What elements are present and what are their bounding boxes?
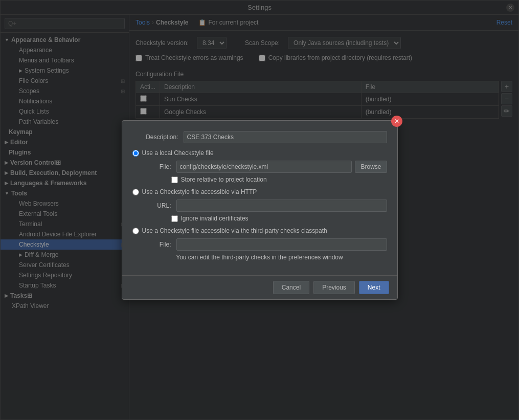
radio-http[interactable] (132, 189, 139, 195)
file-input[interactable] (176, 161, 352, 173)
url-row: URL: (132, 200, 387, 212)
dialog-overlay: ✕ Description: Use a local Checkstyle fi… (0, 0, 519, 420)
dialog-footer: Cancel Previous Next (122, 275, 397, 299)
dialog-body: Description: Use a local Checkstyle file… (122, 121, 397, 275)
cancel-button[interactable]: Cancel (273, 281, 309, 294)
file-label: File: (151, 163, 171, 170)
radio-local-row: Use a local Checkstyle file (132, 149, 387, 157)
description-row: Description: (132, 131, 387, 143)
url-input[interactable] (176, 200, 387, 212)
description-label: Description: (132, 134, 178, 141)
ignore-invalid-label: Ignore invalid certificates (181, 215, 249, 222)
radio-classpath-row: Use a Checkstyle file accessible via the… (132, 227, 387, 234)
radio-http-row: Use a Checkstyle file accessible via HTT… (132, 188, 387, 195)
url-label: URL: (151, 202, 171, 209)
ignore-invalid-checkbox[interactable] (171, 215, 178, 222)
radio-classpath-label: Use a Checkstyle file accessible via the… (142, 227, 327, 234)
classpath-file-label: File: (151, 241, 171, 248)
classpath-file-row: File: (132, 238, 387, 251)
store-relative-label: Store relative to project location (181, 176, 267, 183)
ignore-invalid-row: Ignore invalid certificates (132, 215, 387, 222)
help-text: You can edit the third-party checks in t… (132, 254, 387, 261)
dialog-close-button[interactable]: ✕ (391, 116, 402, 127)
description-input[interactable] (184, 131, 387, 143)
radio-local[interactable] (132, 150, 139, 157)
file-row: File: Browse (132, 161, 387, 173)
previous-button[interactable]: Previous (313, 281, 355, 294)
classpath-file-input[interactable] (176, 238, 387, 251)
radio-classpath[interactable] (132, 228, 139, 234)
radio-local-label: Use a local Checkstyle file (142, 149, 214, 157)
next-button[interactable]: Next (359, 281, 389, 294)
checkstyle-dialog: ✕ Description: Use a local Checkstyle fi… (122, 120, 398, 300)
store-relative-row: Store relative to project location (132, 176, 387, 183)
store-relative-checkbox[interactable] (171, 176, 178, 183)
browse-button[interactable]: Browse (355, 161, 387, 173)
radio-http-label: Use a Checkstyle file accessible via HTT… (142, 188, 257, 195)
